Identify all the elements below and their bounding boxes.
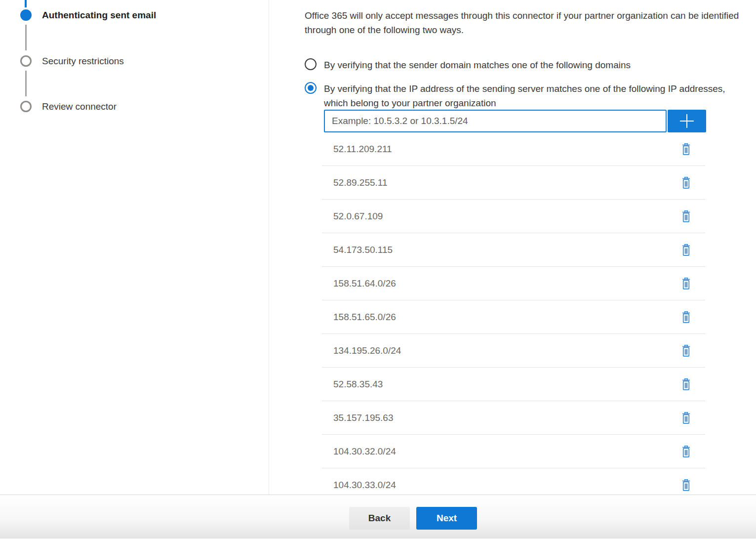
add-ip-button[interactable] (668, 110, 706, 132)
ip-list-item: 52.0.67.109 (322, 200, 705, 233)
ip-address-value: 52.0.67.109 (333, 211, 383, 222)
delete-ip-button[interactable] (680, 411, 692, 425)
ip-address-value: 35.157.195.63 (333, 413, 394, 423)
wizard-content: Authenticating sent email Security restr… (0, 0, 756, 495)
ip-list-item: 54.173.50.115 (322, 233, 705, 267)
step-label-review: Review connector (42, 101, 117, 113)
ip-address-value: 158.51.65.0/26 (333, 312, 396, 323)
delete-ip-button[interactable] (680, 209, 692, 224)
step-connector-completed (25, 0, 27, 7)
trash-icon (681, 445, 691, 458)
ip-address-value: 134.195.26.0/24 (333, 345, 401, 356)
plus-icon (679, 114, 694, 128)
ip-address-value: 54.173.50.115 (333, 245, 393, 255)
wizard-footer: Back Next (0, 495, 756, 539)
ip-list-item: 104.30.33.0/24 (322, 468, 705, 495)
trash-icon (681, 277, 691, 290)
ip-address-value: 104.30.33.0/24 (333, 480, 396, 491)
radio-unselected-icon[interactable] (305, 58, 317, 70)
ip-address-value: 52.58.35.43 (333, 379, 383, 390)
trash-icon (681, 479, 691, 492)
trash-icon (681, 311, 691, 324)
ip-list-item: 52.11.209.211 (322, 132, 705, 166)
wizard-stepper: Authenticating sent email Security restr… (0, 0, 269, 495)
option-ip-address[interactable]: By verifying that the IP address of the … (305, 82, 730, 110)
radio-selected-icon[interactable] (305, 82, 317, 94)
trash-icon (681, 176, 691, 189)
back-button[interactable]: Back (349, 507, 410, 530)
ip-address-value: 158.51.64.0/26 (333, 278, 396, 289)
delete-ip-button[interactable] (680, 478, 692, 493)
step-connector (25, 71, 27, 96)
next-button[interactable]: Next (416, 507, 477, 530)
footer-buttons: Back Next (349, 507, 477, 530)
ip-entry-row (324, 110, 706, 132)
delete-ip-button[interactable] (680, 243, 692, 257)
step-label-authenticating: Authenticating sent email (42, 9, 156, 21)
delete-ip-button[interactable] (680, 276, 692, 291)
ip-list-item: 158.51.65.0/26 (322, 300, 705, 334)
trash-icon (681, 143, 691, 156)
ip-list-item: 52.58.35.43 (322, 368, 705, 401)
option-sender-domain-label: By verifying that the sender domain matc… (324, 58, 631, 72)
ip-address-input[interactable] (324, 110, 667, 132)
trash-icon (681, 378, 691, 391)
authenticating-step-panel: Office 365 will only accept messages thr… (269, 0, 756, 495)
option-ip-address-label: By verifying that the IP address of the … (324, 82, 730, 110)
step-dot-review (20, 101, 32, 112)
delete-ip-button[interactable] (680, 175, 692, 190)
trash-icon (681, 344, 691, 357)
trash-icon (681, 244, 691, 256)
trash-icon (681, 210, 691, 223)
delete-ip-button[interactable] (680, 310, 692, 325)
ip-list-item: 52.89.255.11 (322, 166, 705, 200)
ip-list-item: 134.195.26.0/24 (322, 334, 705, 368)
ip-address-value: 52.11.209.211 (333, 144, 392, 155)
step-dot-authenticating (20, 9, 32, 21)
step-connector (25, 25, 27, 50)
delete-ip-button[interactable] (680, 444, 692, 459)
ip-list-item: 35.157.195.63 (322, 401, 705, 435)
step-dot-security (20, 55, 32, 67)
ip-list-item: 104.30.32.0/24 (322, 435, 705, 468)
delete-ip-button[interactable] (680, 377, 692, 392)
ip-address-value: 52.89.255.11 (333, 177, 388, 188)
trash-icon (681, 412, 691, 424)
ip-address-value: 104.30.32.0/24 (333, 446, 396, 457)
ip-address-list: 52.11.209.211 52.89.255.11 (322, 132, 705, 495)
delete-ip-button[interactable] (680, 343, 692, 358)
ip-list-item: 158.51.64.0/26 (322, 267, 705, 300)
delete-ip-button[interactable] (680, 142, 692, 157)
step-label-security: Security restrictions (42, 55, 124, 67)
intro-text: Office 365 will only accept messages thr… (305, 8, 752, 37)
option-sender-domain[interactable]: By verifying that the sender domain matc… (305, 58, 631, 72)
